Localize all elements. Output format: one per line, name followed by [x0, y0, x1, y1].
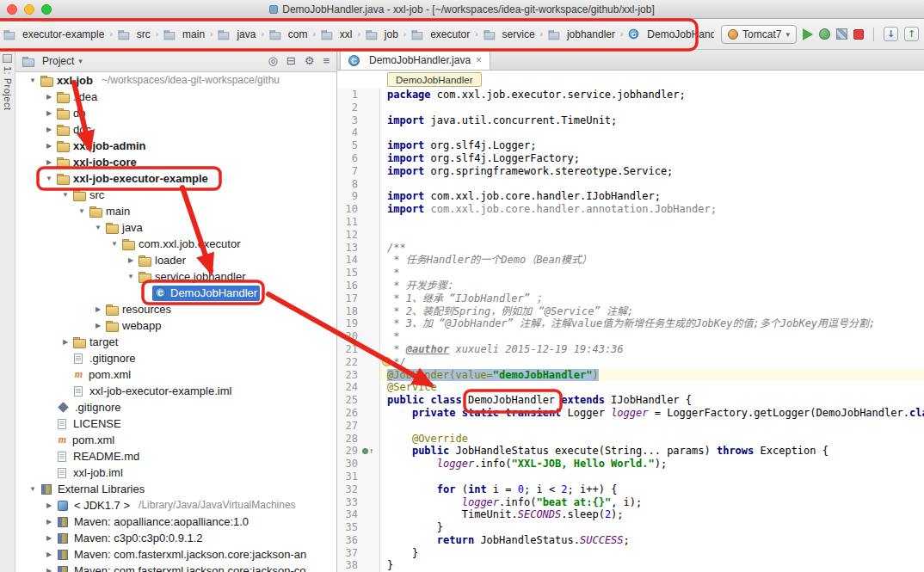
vcs-commit-button[interactable]: ↑ — [904, 27, 919, 41]
breadcrumb-item[interactable]: executor-example — [2, 27, 106, 42]
breadcrumb-item[interactable]: xxl — [319, 27, 354, 42]
gear-icon[interactable]: ⚙ — [305, 54, 315, 67]
run-button[interactable] — [803, 28, 813, 40]
tree-toggle-icon[interactable]: ▼ — [28, 72, 38, 89]
tree-toggle-icon[interactable]: ▼ — [77, 203, 87, 219]
tree-item[interactable]: ▶xxl-job-admin — [15, 138, 336, 154]
breadcrumb-item[interactable]: com — [268, 27, 310, 42]
tree-item[interactable]: LICENSE — [15, 415, 336, 432]
code-line: /** — [387, 242, 924, 255]
minimize-button[interactable] — [24, 4, 34, 15]
collapse-all-icon[interactable]: ⊟ — [286, 54, 296, 67]
tree-item[interactable]: ▶resources — [15, 301, 336, 317]
tree-item[interactable]: README.md — [15, 448, 336, 464]
hide-panel-icon[interactable]: ≡ — [323, 54, 330, 67]
breadcrumb-item[interactable]: DemoJobHandler — [626, 27, 714, 42]
run-config-label: Tomcat7 — [742, 28, 781, 40]
gutter-line: 28 — [337, 433, 379, 446]
tree-toggle-icon[interactable]: ▶ — [44, 530, 54, 546]
editor-tab[interactable]: DemoJobHandler.java × — [340, 50, 490, 70]
breadcrumb-item[interactable]: src — [116, 27, 152, 42]
tree-toggle-icon[interactable]: ▼ — [60, 187, 71, 203]
tool-window-icon[interactable] — [3, 54, 12, 63]
breadcrumb-item[interactable]: executor — [410, 27, 471, 42]
line-number: 12 — [337, 229, 358, 242]
tree-item[interactable]: pom.xml — [15, 366, 336, 383]
coverage-button[interactable] — [836, 28, 847, 40]
tree-toggle-icon[interactable]: ▶ — [93, 301, 103, 317]
chevron-right-icon: › — [357, 29, 360, 39]
project-panel-title-menu[interactable]: Project ▾ — [22, 55, 268, 67]
tree-item[interactable]: ▶webapp — [15, 317, 336, 334]
line-number: 4 — [337, 126, 358, 139]
editor-breadcrumb-chip[interactable]: DemoJobHandler — [387, 72, 482, 87]
breadcrumb-item[interactable]: java — [216, 27, 257, 42]
tree-toggle-icon[interactable]: ▶ — [60, 334, 71, 350]
tree-item[interactable]: ▼xxl-job-executor-example — [15, 170, 336, 187]
tree-toggle-icon[interactable]: ▶ — [93, 317, 103, 334]
tree-item[interactable]: ▶Maven: c3p0:c3p0:0.9.1.2 — [15, 530, 336, 546]
tree-toggle-icon[interactable]: ▶ — [44, 514, 54, 530]
tree-item[interactable]: ▶doc — [15, 121, 336, 138]
tree-toggle-icon[interactable]: ▶ — [44, 138, 54, 154]
tree-item[interactable]: ▶Maven: com.fasterxml.jackson.core:jacks… — [15, 546, 336, 563]
breadcrumb-item[interactable]: service — [482, 27, 537, 42]
chevron-right-icon: › — [475, 29, 477, 39]
tree-toggle-icon[interactable]: ▶ — [126, 252, 136, 268]
run-config-selector[interactable]: Tomcat7 ▾ — [721, 25, 797, 44]
close-icon[interactable]: × — [476, 55, 482, 65]
tree-item[interactable]: .gitignore — [15, 350, 336, 366]
breadcrumb-item[interactable]: job — [364, 27, 400, 42]
jdk-icon — [58, 501, 68, 511]
tree-item-label: Maven: c3p0:c3p0:0.9.1.2 — [74, 530, 203, 546]
tree-item[interactable]: ▶db — [15, 105, 336, 121]
tree-item[interactable]: ▶xxl-job-core — [15, 154, 336, 170]
tree-item[interactable]: ▶Maven: com.fasterxml.jackson.core:jacks… — [15, 563, 336, 572]
stop-button[interactable] — [853, 29, 864, 40]
locate-icon[interactable]: ◎ — [268, 54, 278, 67]
zoom-button[interactable] — [41, 4, 52, 15]
tree-toggle-icon[interactable]: ▶ — [44, 154, 54, 170]
debug-button[interactable] — [819, 28, 830, 40]
code-line — [387, 101, 924, 114]
intention-bulb-icon[interactable] — [382, 357, 391, 366]
tree-item[interactable]: ▶Maven: aopalliance:aopalliance:1.0 — [15, 514, 336, 530]
tree-toggle-icon[interactable]: ▶ — [44, 546, 54, 563]
tree-toggle-icon[interactable]: ▼ — [109, 236, 120, 252]
breadcrumb-item[interactable]: main — [162, 27, 206, 42]
tree-item-label: .gitignore — [89, 350, 135, 366]
tree-toggle-icon[interactable]: ▶ — [44, 497, 54, 514]
tree-item[interactable]: xxl-job-executor-example.iml — [15, 383, 336, 399]
tree-item[interactable]: ▼External Libraries — [15, 481, 336, 497]
tree-item[interactable]: ▼java — [15, 219, 336, 236]
tree-toggle-icon[interactable]: ▶ — [44, 105, 54, 121]
tree-item[interactable]: ▼com.xxl.job.executor — [15, 236, 336, 252]
tree-toggle-icon[interactable]: ▼ — [93, 219, 103, 236]
tree-toggle-icon[interactable]: ▶ — [44, 89, 54, 105]
code-line: } — [387, 547, 924, 560]
breadcrumb-item[interactable]: jobhandler — [546, 27, 617, 42]
tree-item[interactable]: ▶loader — [15, 252, 336, 268]
tree-item[interactable]: DemoJobHandler — [15, 285, 336, 301]
override-method-icon[interactable]: ↑ — [358, 445, 379, 458]
project-stripe-button[interactable]: 1: Project — [3, 66, 13, 110]
tree-toggle-icon[interactable]: ▶ — [44, 563, 54, 572]
tree-toggle-icon[interactable]: ▶ — [44, 121, 54, 138]
vcs-update-button[interactable]: ↓ — [884, 27, 898, 41]
tree-item[interactable]: ▼main — [15, 203, 336, 219]
tree-item[interactable]: ▼service.jobhandler — [15, 268, 336, 285]
tree-toggle-icon[interactable]: ▼ — [126, 268, 136, 285]
tree-item[interactable]: ▼src — [15, 187, 336, 203]
tree-item[interactable]: ▼xxl-job~/workspaces/idea-git-workspace/… — [15, 72, 336, 89]
tree-item[interactable]: ▶< JDK1.7 >/Library/Java/JavaVirtualMach… — [15, 497, 336, 514]
tree-toggle-icon[interactable]: ▼ — [44, 170, 54, 187]
tree-item[interactable]: pom.xml — [15, 432, 336, 448]
tree-item[interactable]: ▶.idea — [15, 89, 336, 105]
tree-item[interactable]: ▶target — [15, 334, 336, 350]
gutter-line: 30 — [337, 458, 379, 471]
tree-toggle-icon[interactable]: ▼ — [28, 481, 38, 497]
tree-item[interactable]: .gitignore — [15, 399, 336, 415]
tree-item[interactable]: xxl-job.iml — [15, 464, 336, 481]
code-editor[interactable]: 1234567891011121314151617181920212223242… — [337, 89, 924, 572]
close-button[interactable] — [7, 4, 17, 15]
